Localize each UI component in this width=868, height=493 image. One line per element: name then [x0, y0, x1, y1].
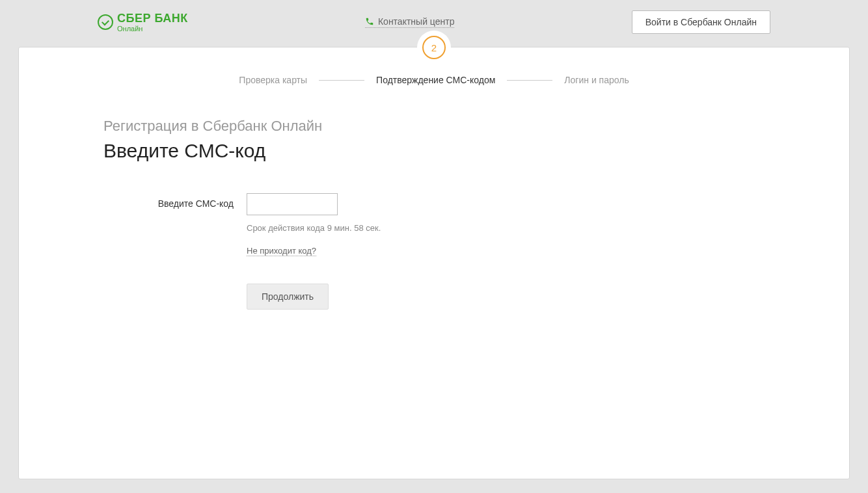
page-title: Введите СМС-код	[103, 140, 765, 162]
content: Регистрация в Сбербанк Онлайн Введите СМ…	[19, 105, 849, 310]
main-card: 2 Проверка карты Подтверждение СМС-кодом…	[18, 47, 850, 479]
login-button[interactable]: Войти в Сбербанк Онлайн	[632, 10, 770, 34]
code-not-received-link[interactable]: Не приходит код?	[247, 246, 316, 256]
sms-code-input[interactable]	[247, 193, 338, 215]
continue-button[interactable]: Продолжить	[247, 284, 329, 310]
page-subtitle: Регистрация в Сбербанк Онлайн	[103, 118, 765, 135]
step-2-label: Подтверждение СМС-кодом	[376, 75, 495, 85]
sms-field-label: Введите СМС-код	[103, 193, 234, 209]
logo-text: СБЕР БАНК Онлайн	[117, 12, 188, 33]
logo[interactable]: СБЕР БАНК Онлайн	[98, 12, 188, 33]
code-expiry-timer: Срок действия кода 9 мин. 58 сек.	[247, 223, 381, 233]
logo-main-text: СБЕР БАНК	[117, 12, 188, 24]
sber-logo-icon	[98, 14, 113, 30]
step-3-label: Логин и пароль	[564, 75, 629, 85]
logo-sub-text: Онлайн	[117, 25, 188, 33]
step-divider	[319, 80, 364, 81]
step-number-badge: 2	[422, 36, 446, 59]
contact-center-label: Контактный центр	[378, 16, 455, 27]
sms-form-row: Введите СМС-код Срок действия кода 9 мин…	[103, 193, 765, 310]
contact-center-link[interactable]: Контактный центр	[365, 16, 455, 28]
sms-control-column: Срок действия кода 9 мин. 58 сек. Не при…	[247, 193, 381, 310]
step-divider	[507, 80, 552, 81]
phone-icon	[365, 17, 374, 26]
step-1-label: Проверка карты	[239, 75, 307, 85]
